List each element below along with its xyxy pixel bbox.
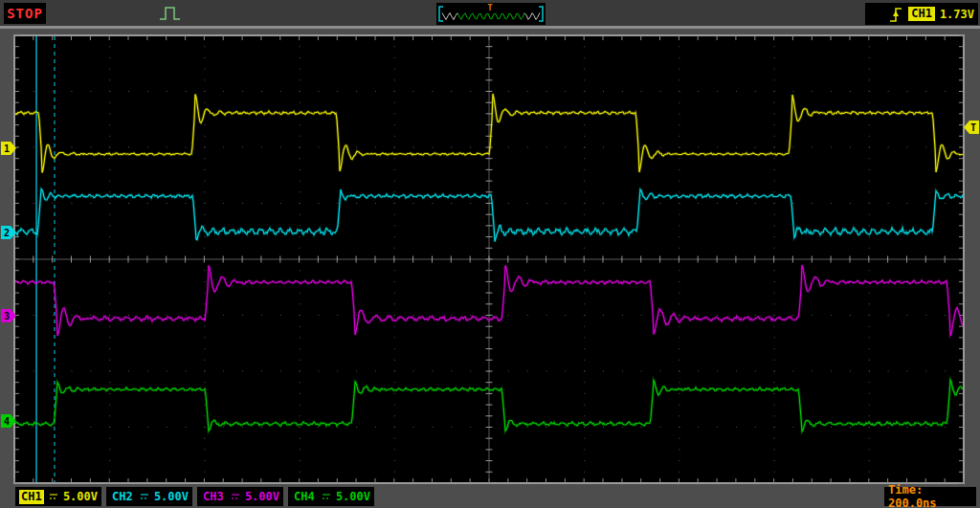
trigger-info[interactable]: CH1 1.73V: [865, 3, 978, 25]
preview-wave-right: [524, 13, 540, 20]
pulse-icon: [157, 3, 186, 28]
top-status-bar: STOP T CH1 1.73V: [0, 0, 980, 29]
ch2-label: CH2: [110, 490, 135, 504]
timebase-value: Time: 200.0ns: [888, 483, 972, 508]
trigger-source-badge: CH1: [908, 7, 935, 21]
dc-coupling-icon: [48, 492, 57, 501]
ch2-status-box[interactable]: CH2 5.00V: [106, 487, 192, 506]
rising-edge-trigger-icon: [888, 5, 903, 24]
dc-coupling-icon: [321, 492, 330, 501]
preview-wave-left: [442, 13, 457, 20]
ch4-label: CH4: [292, 490, 317, 504]
ch4-volts-per-div: 5.00V: [336, 490, 370, 503]
ch1-status-box[interactable]: CH1 5.00V: [15, 487, 101, 506]
run-state-indicator[interactable]: STOP: [4, 3, 46, 24]
dc-coupling-icon: [230, 492, 239, 501]
ch3-volts-per-div: 5.00V: [245, 490, 279, 503]
dc-coupling-icon: [139, 492, 148, 501]
bottom-status-bar: CH1 5.00V CH2 5.00V CH3 5.00V CH4 5.00V …: [0, 483, 980, 508]
run-state-label: STOP: [7, 6, 43, 21]
ch3-status-box[interactable]: CH3 5.00V: [197, 487, 283, 506]
timebase-indicator[interactable]: Time: 200.0ns: [884, 487, 976, 506]
ch2-volts-per-div: 5.00V: [154, 490, 189, 503]
scope-display: 1234T: [0, 0, 980, 508]
trigger-level-marker-label: T: [970, 122, 976, 133]
ch3-position-marker-label: 3: [4, 311, 10, 321]
preview-trigger-position-marker: T: [487, 3, 493, 12]
trigger-level-value: 1.73V: [940, 8, 974, 21]
ch4-status-box[interactable]: CH4 5.00V: [288, 487, 374, 506]
ch4-position-marker-label: 4: [4, 416, 10, 427]
waveform-preview[interactable]: T: [436, 3, 546, 25]
ch1-volts-per-div: 5.00V: [63, 490, 98, 503]
preview-wave-window: [457, 13, 524, 20]
ch3-label: CH3: [201, 490, 226, 504]
ch2-position-marker-label: 2: [4, 228, 10, 238]
oscilloscope-screen: { "header": { "run_state": "STOP", "run_…: [0, 0, 980, 508]
ch1-label: CH1: [19, 490, 44, 504]
ch1-position-marker-label: 1: [4, 144, 10, 154]
